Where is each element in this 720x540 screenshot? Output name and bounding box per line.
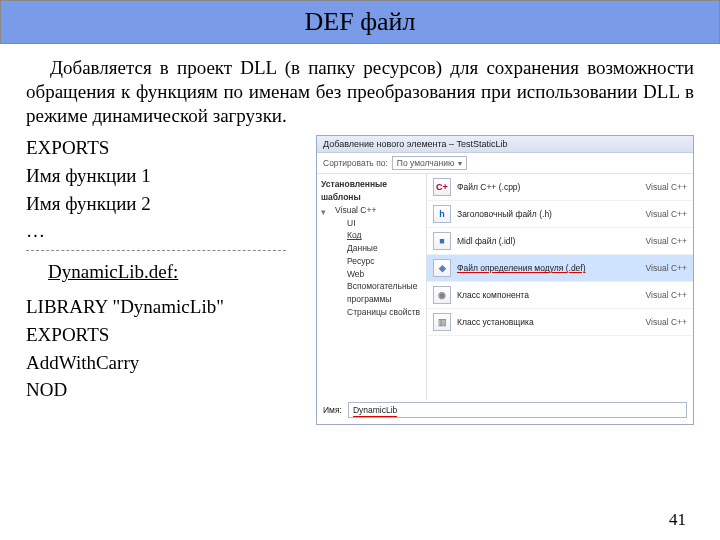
list-item-category: Visual C++	[646, 263, 687, 273]
cmp-icon: ◉	[433, 286, 451, 304]
exports-line: EXPORTS	[26, 322, 306, 348]
list-item[interactable]: hЗаголовочный файл (.h)Visual C++	[427, 201, 693, 228]
tree-item[interactable]: Данные	[321, 242, 422, 255]
list-item-label: Заголовочный файл (.h)	[457, 209, 640, 219]
dialog-title: Добавление нового элемента – TestStaticL…	[317, 136, 693, 153]
tree-item[interactable]: ▾Visual C++	[321, 204, 422, 217]
tree-item-label: Код	[347, 230, 361, 240]
add-new-item-dialog: Добавление нового элемента – TestStaticL…	[316, 135, 694, 425]
tree-item[interactable]: Страницы свойств	[321, 306, 422, 319]
export-fn-1: AddWithCarry	[26, 350, 306, 376]
h-icon: h	[433, 205, 451, 223]
tree-item-label: Данные	[347, 243, 378, 253]
page-number: 41	[669, 510, 686, 530]
list-item-label: Midl файл (.idl)	[457, 236, 640, 246]
name-value: DynamicLib	[353, 405, 397, 417]
list-item-label: Класс компонента	[457, 290, 640, 300]
code-example-column: EXPORTS Имя функции 1 Имя функции 2 … Dy…	[26, 135, 306, 425]
divider	[26, 250, 286, 251]
list-item-label: Класс установщика	[457, 317, 640, 327]
ins-icon: ▥	[433, 313, 451, 331]
slide-title: DEF файл	[0, 0, 720, 44]
chevron-down-icon: ▾	[458, 159, 462, 168]
list-item[interactable]: ◉Класс компонентаVisual C++	[427, 282, 693, 309]
list-item-label: Файл C++ (.cpp)	[457, 182, 640, 192]
tree-item-label: UI	[347, 218, 356, 228]
list-item-label: Файл определения модуля (.def)	[457, 263, 640, 273]
list-item[interactable]: ▥Класс установщикаVisual C++	[427, 309, 693, 336]
list-item-category: Visual C++	[646, 317, 687, 327]
export-fn-2: NOD	[26, 377, 306, 403]
library-line: LIBRARY "DynamicLib"	[26, 294, 306, 320]
ellipsis: …	[26, 218, 306, 244]
tree-item[interactable]: Вспомогательные программы	[321, 280, 422, 306]
function-placeholder-1: Имя функции 1	[26, 163, 306, 189]
tree-item-label: Visual C++	[335, 205, 376, 215]
name-input[interactable]: DynamicLib	[348, 402, 687, 418]
def-filename: DynamicLib.def:	[48, 259, 306, 285]
template-list: C+Файл C++ (.cpp)Visual C++hЗаголовочный…	[427, 174, 693, 400]
list-item-category: Visual C++	[646, 182, 687, 192]
cpp-icon: C+	[433, 178, 451, 196]
exports-keyword: EXPORTS	[26, 135, 306, 161]
list-item[interactable]: ◆Файл определения модуля (.def)Visual C+…	[427, 255, 693, 282]
tree-item-label: Web	[347, 269, 364, 279]
sort-row: Сортировать по: По умолчанию ▾	[317, 153, 693, 174]
function-placeholder-2: Имя функции 2	[26, 191, 306, 217]
list-item[interactable]: C+Файл C++ (.cpp)Visual C++	[427, 174, 693, 201]
sort-value: По умолчанию	[397, 158, 454, 168]
tree-item-label: Страницы свойств	[347, 307, 420, 317]
idl-icon: ■	[433, 232, 451, 250]
list-item-category: Visual C++	[646, 209, 687, 219]
name-label: Имя:	[323, 405, 342, 415]
list-item[interactable]: ■Midl файл (.idl)Visual C++	[427, 228, 693, 255]
template-tree: Установленные шаблоны ▾Visual C++UIКодДа…	[317, 174, 427, 400]
sort-label: Сортировать по:	[323, 158, 388, 168]
list-item-category: Visual C++	[646, 290, 687, 300]
tree-item[interactable]: Код	[321, 229, 422, 242]
tree-item-label: Вспомогательные программы	[347, 281, 417, 304]
tree-item[interactable]: Web	[321, 268, 422, 281]
tree-item-label: Ресурс	[347, 256, 374, 266]
def-icon: ◆	[433, 259, 451, 277]
tree-item[interactable]: UI	[321, 217, 422, 230]
description-paragraph: Добавляется в проект DLL (в папку ресурс…	[0, 56, 720, 127]
sort-combo[interactable]: По умолчанию ▾	[392, 156, 467, 170]
tree-root: Установленные шаблоны	[321, 178, 422, 204]
list-item-category: Visual C++	[646, 236, 687, 246]
tree-item[interactable]: Ресурс	[321, 255, 422, 268]
